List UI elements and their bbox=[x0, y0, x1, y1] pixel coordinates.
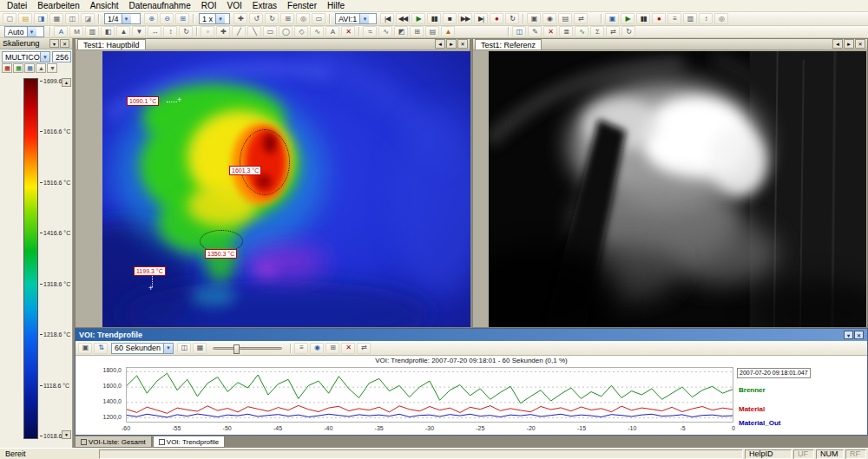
print-icon[interactable]: ▦ bbox=[49, 13, 63, 24]
film-icon[interactable]: ▤ bbox=[558, 13, 572, 24]
open-icon[interactable]: ▤ bbox=[18, 13, 32, 24]
rect-roi-icon[interactable]: ▭ bbox=[263, 26, 277, 37]
record-avi-icon[interactable]: ● bbox=[652, 13, 666, 24]
refresh-icon[interactable]: ↻ bbox=[621, 26, 635, 37]
goto-start-icon[interactable]: |◀ bbox=[380, 13, 394, 24]
range-up-icon[interactable]: ▲ bbox=[116, 26, 130, 37]
point-roi-icon[interactable]: ✚ bbox=[216, 26, 230, 37]
rotate-left-icon[interactable]: ↺ bbox=[249, 13, 263, 24]
hauptbild-tab[interactable]: Test1: Hauptbild bbox=[77, 39, 146, 49]
zoom-level-select[interactable]: 1/4▼ bbox=[104, 13, 141, 24]
isotherm-icon[interactable]: ≈ bbox=[363, 26, 377, 37]
menu-item[interactable]: Datei bbox=[2, 0, 32, 11]
autoscale-y-icon[interactable]: ⇅ bbox=[94, 343, 108, 354]
crosshair-icon[interactable]: ◎ bbox=[296, 13, 310, 24]
cursor-mode-icon[interactable]: ≡ bbox=[294, 343, 308, 354]
device-icon[interactable]: ▣ bbox=[605, 13, 619, 24]
menu-item[interactable]: Extras bbox=[247, 0, 282, 11]
palette-color-bar[interactable] bbox=[23, 78, 38, 439]
measure-label-4[interactable]: 1199.3 °C bbox=[134, 266, 166, 276]
measure-label-2[interactable]: 1601.3 °C bbox=[229, 166, 261, 175]
menu-item[interactable]: ROI bbox=[196, 0, 222, 11]
chevron-down-icon[interactable]: ▼ bbox=[122, 14, 131, 23]
chevron-down-icon[interactable]: ▼ bbox=[40, 52, 49, 62]
close-window-icon[interactable]: ✕ bbox=[457, 39, 468, 49]
camera-icon[interactable]: ▣ bbox=[527, 13, 541, 24]
manual-scale-icon[interactable]: M bbox=[69, 26, 83, 37]
range-down-icon[interactable]: ▼ bbox=[132, 26, 146, 37]
rotate-image-icon[interactable]: ↻ bbox=[179, 26, 193, 37]
export-icon[interactable]: ⇄ bbox=[574, 13, 588, 24]
range-icon[interactable]: ↕ bbox=[699, 13, 713, 24]
invert-palette-icon[interactable]: ◧ bbox=[101, 26, 115, 37]
copy-icon[interactable]: ◪ bbox=[81, 13, 95, 24]
polyline-roi-icon[interactable]: ╲ bbox=[247, 26, 261, 37]
prev-window-icon[interactable]: ◄ bbox=[435, 39, 445, 49]
export-trend-icon[interactable]: ⇄ bbox=[357, 343, 371, 354]
menu-item[interactable]: Datenaufnahme bbox=[124, 0, 196, 11]
histogram-icon[interactable]: ▥ bbox=[683, 13, 697, 24]
measure-label-3[interactable]: 1350.3 °C bbox=[205, 249, 237, 259]
preview-icon[interactable]: ◫ bbox=[65, 13, 79, 24]
menu-item[interactable]: Fenster bbox=[282, 0, 322, 11]
voi-edit-icon[interactable]: ✎ bbox=[528, 26, 542, 37]
pause-icon[interactable]: ▮▮ bbox=[427, 13, 441, 24]
profile-icon[interactable]: ∿ bbox=[378, 26, 392, 37]
next-window-icon[interactable]: ► bbox=[844, 39, 854, 49]
thermal-image[interactable] bbox=[102, 51, 470, 327]
panel-menu-icon[interactable]: ▾ bbox=[844, 331, 853, 339]
export-data-icon[interactable]: ⇄ bbox=[606, 26, 620, 37]
Material[interactable]: Material bbox=[739, 405, 765, 413]
level-down-icon[interactable]: ▼ bbox=[47, 63, 57, 73]
freeze-icon[interactable]: ▮▮ bbox=[636, 13, 650, 24]
histogram-scale-icon[interactable]: ▥ bbox=[85, 26, 99, 37]
stop-icon[interactable]: ■ bbox=[443, 13, 457, 24]
settings-icon[interactable]: ≡ bbox=[667, 13, 681, 24]
palette-depth-select[interactable]: 256 bbox=[52, 51, 71, 62]
rotate-right-icon[interactable]: ↻ bbox=[265, 13, 279, 24]
panel-close-icon[interactable]: ✕ bbox=[60, 39, 69, 48]
stats-icon[interactable]: Σ bbox=[590, 26, 604, 37]
level-up-icon[interactable]: ▲ bbox=[36, 63, 46, 73]
print-chart-icon[interactable]: ▦ bbox=[193, 343, 207, 354]
voi-new-icon[interactable]: ◫ bbox=[512, 26, 526, 37]
grid-icon[interactable]: ⊞ bbox=[280, 13, 294, 24]
data-table-icon[interactable]: ⊞ bbox=[326, 343, 339, 354]
zoom-out-icon[interactable]: ⊖ bbox=[160, 13, 174, 24]
live-icon[interactable]: ▶ bbox=[621, 13, 635, 24]
palette-blue-icon[interactable]: ▦ bbox=[24, 63, 35, 73]
avi-select[interactable]: AVI:1▼ bbox=[335, 13, 377, 24]
slider-thumb[interactable] bbox=[233, 344, 240, 354]
voi-delete-icon[interactable]: ✕ bbox=[543, 26, 557, 37]
Material_Out[interactable]: Material_Out bbox=[739, 419, 780, 427]
prev-window-icon[interactable]: ◄ bbox=[832, 39, 843, 49]
menu-item[interactable]: Bearbeiten bbox=[32, 0, 84, 11]
flip-v-icon[interactable]: ↕ bbox=[163, 26, 177, 37]
menu-item[interactable]: Ansicht bbox=[85, 0, 124, 11]
zoom-in-icon[interactable]: ⊕ bbox=[144, 13, 158, 24]
chevron-down-icon[interactable]: ▼ bbox=[27, 27, 36, 36]
snapshot-icon[interactable]: ◉ bbox=[542, 13, 556, 24]
bottom-tab[interactable]: VOI-Liste: Gesamt bbox=[75, 436, 152, 448]
polygon-roi-icon[interactable]: ◇ bbox=[294, 26, 308, 37]
scale-min-down-icon[interactable]: ▼ bbox=[62, 430, 71, 439]
auto-scale-icon[interactable]: A bbox=[54, 26, 68, 37]
rewind-icon[interactable]: ◀◀ bbox=[396, 13, 410, 24]
chevron-down-icon[interactable]: ▼ bbox=[163, 344, 173, 353]
record-icon[interactable]: ● bbox=[490, 13, 503, 24]
next-window-icon[interactable]: ► bbox=[446, 39, 457, 49]
show-values-icon[interactable]: ◉ bbox=[310, 343, 324, 354]
copy-chart-icon[interactable]: ◫ bbox=[177, 343, 191, 354]
voi-panel-caption[interactable]: VOI: Trendprofile ▾ ✕ bbox=[76, 329, 867, 341]
zoom-fit-icon[interactable]: ⊞ bbox=[175, 13, 189, 24]
save-icon[interactable]: ◨ bbox=[34, 13, 48, 24]
freehand-roi-icon[interactable]: ∿ bbox=[310, 26, 324, 37]
palette-green-icon[interactable]: ▦ bbox=[13, 63, 23, 73]
scale-max-up-icon[interactable]: ▲ bbox=[62, 78, 71, 87]
play-icon[interactable]: ▶ bbox=[411, 13, 425, 24]
trend-interval-select[interactable]: 60 Sekunden▼ bbox=[111, 343, 174, 354]
close-window-icon[interactable]: ✕ bbox=[855, 39, 865, 49]
panel-close-icon[interactable]: ✕ bbox=[854, 331, 864, 339]
3d-view-icon[interactable]: ◩ bbox=[394, 26, 408, 37]
table-icon[interactable]: ⊞ bbox=[410, 26, 424, 37]
